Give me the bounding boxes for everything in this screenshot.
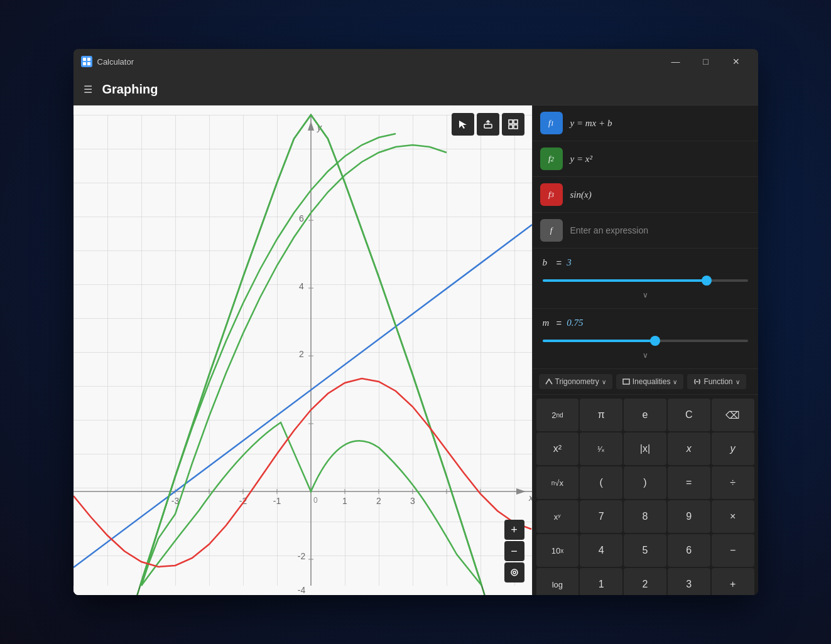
var-m-equals: = — [557, 318, 562, 328]
function-item-3[interactable]: f3 sin(x) — [533, 177, 758, 213]
calculator-window: Calculator — □ ✕ ☰ Graphing — [73, 49, 758, 595]
svg-rect-9 — [514, 125, 518, 129]
close-button[interactable]: ✕ — [722, 52, 751, 71]
key-multiply[interactable]: × — [712, 500, 754, 533]
zoom-fit-button[interactable] — [504, 562, 524, 582]
key-x-to-y[interactable]: xʸ — [536, 500, 579, 533]
slider-m-thumb[interactable] — [650, 336, 660, 346]
app-title: Graphing — [102, 82, 158, 97]
svg-rect-6 — [509, 120, 513, 124]
key-3[interactable]: 3 — [668, 568, 710, 595]
key-nth-root[interactable]: n√x — [536, 466, 579, 499]
key-x-squared[interactable]: x² — [536, 432, 579, 465]
zoom-in-button[interactable]: + — [504, 520, 524, 540]
inequalities-button[interactable]: Inequalities ∨ — [616, 374, 684, 389]
key-y[interactable]: y — [712, 432, 754, 465]
key-clear[interactable]: C — [668, 399, 710, 431]
function-button[interactable]: Function ∨ — [687, 374, 746, 389]
key-equals[interactable]: = — [668, 466, 710, 499]
key-6[interactable]: 6 — [668, 534, 710, 567]
key-log[interactable]: log — [536, 568, 579, 595]
key-abs[interactable]: |x| — [624, 432, 666, 465]
key-minus[interactable]: − — [712, 534, 754, 567]
key-close-paren[interactable]: ) — [624, 466, 666, 499]
zoom-out-button[interactable]: − — [504, 541, 524, 561]
svg-rect-0 — [83, 58, 86, 61]
var-b-expand[interactable]: ∨ — [543, 291, 748, 299]
var-b-value: 3 — [567, 257, 572, 268]
key-4[interactable]: 4 — [580, 534, 622, 567]
key-plus[interactable]: + — [712, 568, 754, 595]
axes-button[interactable] — [502, 113, 524, 136]
maximize-button[interactable]: □ — [692, 52, 720, 71]
toolbar-row: Trigonometry ∨ Inequalities ∨ Function ∨ — [533, 369, 758, 395]
variable-m-row: m = 0.75 — [543, 318, 748, 328]
function-badge-4: f — [540, 219, 563, 242]
key-backspace[interactable]: ⌫ — [712, 399, 754, 431]
svg-text:1: 1 — [342, 496, 347, 506]
minimize-button[interactable]: — — [661, 52, 690, 71]
variable-b-row: b = 3 — [543, 257, 748, 268]
svg-text:0: 0 — [313, 496, 318, 505]
svg-text:2: 2 — [299, 349, 304, 359]
app-icon — [81, 56, 92, 67]
function-item-2[interactable]: f2 y = x² — [533, 141, 758, 177]
function-item-1[interactable]: f1 y = mx + b — [533, 105, 758, 141]
trigonometry-button[interactable]: Trigonometry ∨ — [539, 374, 612, 389]
window-controls: — □ ✕ — [661, 52, 751, 71]
graph-svg: 6 4 2 -2 -4 -2 -1 1 2 3 -3 — [73, 105, 532, 595]
var-m-expand[interactable]: ∨ — [543, 351, 748, 360]
key-9[interactable]: 9 — [668, 500, 710, 533]
ineq-chevron: ∨ — [673, 378, 677, 385]
slider-m[interactable] — [543, 335, 748, 347]
function-badge-2: f2 — [540, 148, 563, 170]
svg-text:3: 3 — [410, 496, 415, 506]
select-tool-button[interactable] — [452, 113, 474, 136]
key-8[interactable]: 8 — [624, 500, 666, 533]
svg-text:4: 4 — [299, 281, 304, 291]
export-button[interactable] — [477, 113, 499, 136]
svg-rect-2 — [83, 62, 86, 65]
var-b-name: b — [543, 257, 551, 268]
keypad: 2nd π e C ⌫ x² ¹⁄ₓ |x| x y n√x ( ) = — [533, 395, 758, 595]
var-m-name: m — [543, 318, 551, 328]
key-reciprocal[interactable]: ¹⁄ₓ — [580, 432, 622, 465]
svg-rect-8 — [509, 125, 513, 129]
function-expression-3: sin(x) — [570, 190, 592, 200]
key-2nd[interactable]: 2nd — [536, 399, 579, 431]
functions-list: f1 y = mx + b f2 y = x² f3 sin(x) — [533, 105, 758, 249]
function-badge-3: f3 — [540, 183, 563, 206]
graph-area: 6 4 2 -2 -4 -2 -1 1 2 3 -3 — [73, 105, 532, 595]
slider-b-thumb[interactable] — [702, 276, 712, 286]
key-1[interactable]: 1 — [580, 568, 622, 595]
window-title: Calculator — [97, 57, 134, 67]
key-5[interactable]: 5 — [624, 534, 666, 567]
calculator-section: Trigonometry ∨ Inequalities ∨ Function ∨ — [533, 369, 758, 595]
key-2[interactable]: 2 — [624, 568, 666, 595]
function-expression-1: y = mx + b — [570, 118, 612, 129]
zoom-controls: + − — [504, 520, 524, 582]
svg-point-46 — [511, 569, 518, 576]
svg-rect-48 — [623, 379, 629, 384]
menu-icon[interactable]: ☰ — [84, 83, 92, 95]
key-pi[interactable]: π — [580, 399, 622, 431]
right-panel: f1 y = mx + b f2 y = x² f3 sin(x) — [532, 105, 758, 595]
key-10-to-x[interactable]: 10x — [536, 534, 579, 567]
key-divide[interactable]: ÷ — [712, 466, 754, 499]
key-open-paren[interactable]: ( — [580, 466, 622, 499]
slider-b[interactable] — [543, 274, 748, 287]
key-e[interactable]: e — [624, 399, 666, 431]
variable-b-section: b = 3 ∨ — [533, 249, 758, 309]
var-b-equals: = — [557, 257, 562, 268]
svg-text:x: x — [528, 493, 532, 503]
function-item-4[interactable]: f Enter an expression — [533, 213, 758, 249]
svg-text:-1: -1 — [273, 496, 281, 506]
var-m-value: 0.75 — [567, 318, 583, 328]
app-header: ☰ Graphing — [73, 74, 758, 105]
function-expression-2: y = x² — [570, 154, 592, 164]
key-x[interactable]: x — [668, 432, 710, 465]
variable-m-section: m = 0.75 ∨ — [533, 309, 758, 369]
key-7[interactable]: 7 — [580, 500, 622, 533]
svg-text:-2: -2 — [297, 551, 305, 561]
svg-rect-7 — [514, 120, 518, 124]
